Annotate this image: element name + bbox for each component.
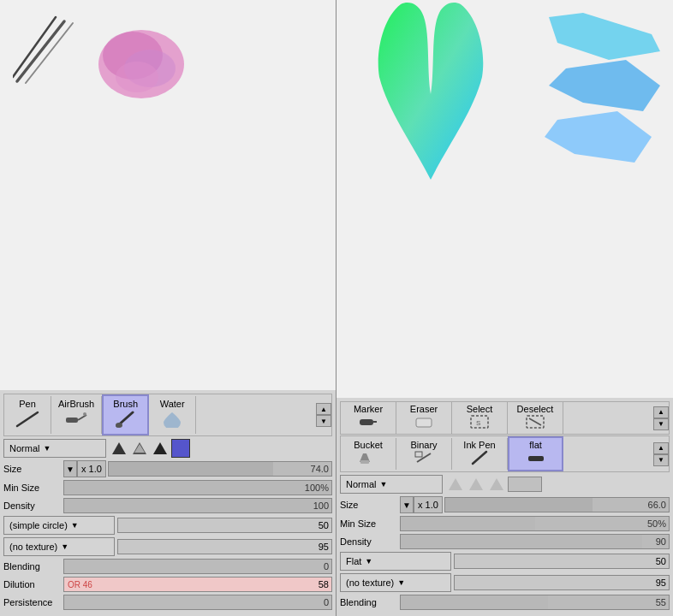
flat-dropdown[interactable]: Flat ▼ [340, 552, 451, 571]
min-size-slider-left[interactable]: 100% [63, 480, 332, 495]
tab-scroll-left[interactable]: ▲ ▼ [316, 403, 331, 427]
blend-mode-row-left: Normal ▼ [3, 439, 332, 458]
svg-marker-31 [490, 478, 503, 490]
size-mult-right: x 1.0 [414, 496, 443, 513]
left-controls: Pen AirBrush Brush [0, 390, 336, 616]
density-slider-left[interactable]: 100 [63, 498, 332, 513]
tab-binary[interactable]: Binary [396, 438, 452, 470]
brush-icon [114, 411, 138, 431]
blending-slider-left[interactable]: 0 [63, 559, 332, 574]
min-size-row-right: Min Size 50% [340, 516, 670, 531]
tab-select[interactable]: Select S [452, 402, 508, 434]
svg-line-25 [417, 453, 431, 462]
left-panel: Pen AirBrush Brush [0, 0, 336, 616]
texture-dropdown-left[interactable]: (no texture) ▼ [3, 537, 115, 556]
shape-1[interactable] [110, 439, 128, 458]
dilution-slider-left[interactable]: OR 46 58 [63, 577, 332, 592]
size-minus-right[interactable]: ▼ [400, 496, 414, 513]
brush-shape-slider[interactable]: 50 [117, 518, 332, 533]
size-row-left: Size ▼ x 1.0 74.0 [3, 460, 332, 477]
svg-marker-29 [449, 478, 462, 490]
density-row-left: Density 100 [3, 498, 332, 513]
tab-brush[interactable]: Brush [102, 394, 149, 435]
tab-airbrush[interactable]: AirBrush [51, 396, 102, 434]
svg-marker-13 [112, 442, 126, 454]
gray-bar-right [508, 477, 542, 492]
svg-line-7 [17, 412, 38, 426]
scroll-up-btn-r1[interactable]: ▲ [653, 406, 669, 418]
flat-slider[interactable]: 50 [454, 554, 670, 569]
tab-eraser[interactable]: Eraser [396, 402, 452, 434]
svg-marker-16 [153, 442, 167, 454]
texture-slider-left[interactable]: 95 [117, 539, 332, 554]
blend-mode-dropdown-right[interactable]: Normal ▼ [340, 475, 443, 494]
binary-icon [414, 450, 434, 468]
tab-marker[interactable]: Marker [341, 402, 396, 434]
scroll-down-btn-r2[interactable]: ▼ [653, 454, 669, 466]
scroll-down-btn[interactable]: ▼ [316, 415, 331, 427]
texture-dropdown-right[interactable]: (no texture) ▼ [340, 573, 451, 592]
svg-marker-15 [134, 444, 145, 453]
svg-rect-8 [66, 418, 78, 423]
svg-line-1 [26, 23, 73, 83]
texture-row-left: (no texture) ▼ 95 [3, 537, 332, 556]
shape-r1[interactable] [446, 475, 465, 494]
size-row-right: Size ▼ x 1.0 66.0 [340, 496, 670, 513]
inkpen-icon [469, 450, 490, 468]
min-size-slider-right[interactable]: 50% [400, 516, 670, 531]
blending-slider-right[interactable]: 55 [400, 595, 670, 610]
texture-dropdown-arrow-r: ▼ [397, 578, 405, 587]
persistence-slider-left[interactable]: 0 [63, 595, 332, 610]
blending-row-right: Blending 55 [340, 595, 670, 610]
shape-3[interactable] [151, 439, 170, 458]
tab-scroll-right-1[interactable]: ▲ ▼ [653, 406, 669, 430]
scroll-up-btn-r2[interactable]: ▲ [653, 442, 669, 454]
svg-rect-17 [360, 419, 373, 425]
size-slider-left[interactable]: 74.0 [108, 461, 332, 477]
shape-r2[interactable] [467, 475, 485, 494]
svg-rect-24 [360, 460, 369, 464]
blend-mode-dropdown-left[interactable]: Normal ▼ [3, 439, 106, 458]
tab-flat[interactable]: flat [508, 436, 563, 471]
dropdown-arrow-left: ▼ [43, 444, 51, 453]
right-tool-tabs-row2: Bucket Binary Ink Pen flat [340, 435, 670, 472]
svg-marker-30 [469, 478, 483, 490]
green-strokes [362, 0, 499, 188]
brush-shape-dropdown[interactable]: (simple circle) ▼ [3, 516, 115, 535]
water-icon [160, 411, 184, 431]
tab-inkpen[interactable]: Ink Pen [452, 438, 508, 470]
blending-row-left: Blending 0 [3, 559, 332, 574]
shape-2[interactable] [130, 439, 149, 458]
pink-blob [94, 17, 188, 103]
tab-scroll-right-2[interactable]: ▲ ▼ [653, 442, 669, 466]
flat-dropdown-arrow: ▼ [365, 557, 372, 566]
eraser-icon [414, 414, 434, 432]
scroll-up-btn[interactable]: ▲ [316, 403, 331, 415]
shape-icons-right [446, 475, 542, 494]
svg-line-0 [17, 21, 64, 81]
svg-rect-28 [528, 456, 544, 461]
svg-line-2 [13, 17, 56, 77]
size-slider-right[interactable]: 66.0 [444, 497, 670, 512]
svg-rect-19 [416, 418, 432, 427]
right-panel: Marker Eraser Select S Deselect [336, 0, 673, 616]
deselect-icon [525, 414, 545, 432]
density-slider-right[interactable]: 90 [400, 534, 670, 549]
shape-dropdown-arrow: ▼ [71, 521, 79, 530]
scroll-down-btn-r1[interactable]: ▼ [653, 418, 669, 430]
color-swatch-left[interactable] [171, 439, 190, 458]
dropdown-arrow-right: ▼ [379, 480, 387, 489]
tab-water[interactable]: Water [149, 396, 196, 434]
flat-row: Flat ▼ 50 [340, 552, 670, 571]
bucket-icon [358, 450, 378, 468]
right-controls: Marker Eraser Select S Deselect [336, 398, 673, 616]
left-tool-tabs: Pen AirBrush Brush [3, 394, 332, 436]
size-minus-left[interactable]: ▼ [63, 460, 77, 477]
texture-slider-right[interactable]: 95 [454, 575, 670, 590]
shape-r3[interactable] [487, 475, 506, 494]
tab-pen[interactable]: Pen [4, 396, 51, 434]
airbrush-icon [64, 411, 88, 431]
tab-bucket[interactable]: Bucket [341, 438, 396, 470]
tab-deselect[interactable]: Deselect [508, 402, 563, 434]
left-canvas [0, 0, 336, 390]
